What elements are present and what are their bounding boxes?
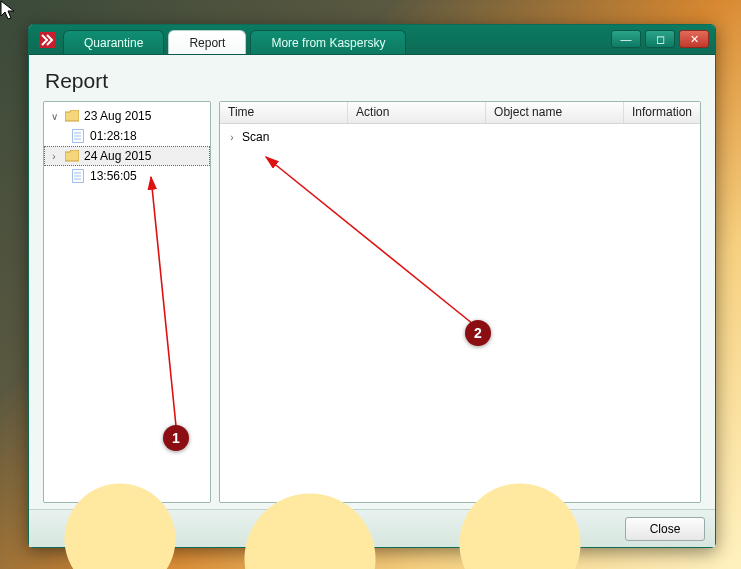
tab-report[interactable]: Report (168, 30, 246, 54)
results-grid-pane: Time Action Object name Information › Sc… (219, 101, 701, 503)
document-icon (70, 168, 86, 184)
kaspersky-logo-icon (39, 32, 55, 48)
app-window: Quarantine Report More from Kaspersky — … (28, 24, 716, 548)
mouse-cursor-icon (0, 0, 18, 22)
title-bar: Quarantine Report More from Kaspersky — … (29, 25, 715, 55)
tree-item-label: 01:28:18 (90, 129, 137, 143)
page-title: Report (45, 69, 701, 93)
column-header-object[interactable]: Object name (486, 102, 624, 123)
column-header-action[interactable]: Action (348, 102, 486, 123)
tree-item[interactable]: 13:56:05 (44, 166, 210, 186)
panes: ∨ 23 Aug 2015 01:28:18 › (43, 101, 701, 503)
window-close-button[interactable]: ✕ (679, 30, 709, 48)
maximize-button[interactable]: ◻ (645, 30, 675, 48)
document-icon (70, 128, 86, 144)
grid-header: Time Action Object name Information (220, 102, 700, 124)
tab-bar: Quarantine Report More from Kaspersky (63, 25, 406, 54)
column-header-time[interactable]: Time (220, 102, 348, 123)
grid-body: › Scan (220, 124, 700, 502)
tree-group-label: 23 Aug 2015 (84, 109, 151, 123)
chevron-right-icon[interactable]: › (226, 132, 238, 143)
chevron-down-icon[interactable]: ∨ (48, 111, 60, 122)
tab-more-from-kaspersky[interactable]: More from Kaspersky (250, 30, 406, 54)
chevron-right-icon[interactable]: › (48, 151, 60, 162)
column-header-info[interactable]: Information (624, 102, 700, 123)
grid-row-label: Scan (242, 130, 269, 144)
tree-group-label: 24 Aug 2015 (84, 149, 151, 163)
folder-icon (64, 108, 80, 124)
body-area: Report ∨ 23 Aug 2015 01:28:18 (29, 55, 715, 509)
minimize-button[interactable]: — (611, 30, 641, 48)
tab-quarantine[interactable]: Quarantine (63, 30, 164, 54)
folder-icon (64, 148, 80, 164)
close-button[interactable]: Close (625, 517, 705, 541)
footer-bar: Close (29, 509, 715, 547)
annotation-badge: 2 (465, 320, 491, 346)
annotation-badge: 1 (163, 425, 189, 451)
window-buttons: — ◻ ✕ (611, 30, 709, 48)
grid-row[interactable]: › Scan (226, 128, 694, 146)
tree-item[interactable]: 01:28:18 (44, 126, 210, 146)
tree-item-label: 13:56:05 (90, 169, 137, 183)
tree-group[interactable]: ∨ 23 Aug 2015 (44, 106, 210, 126)
tree-group[interactable]: › 24 Aug 2015 (44, 146, 210, 166)
